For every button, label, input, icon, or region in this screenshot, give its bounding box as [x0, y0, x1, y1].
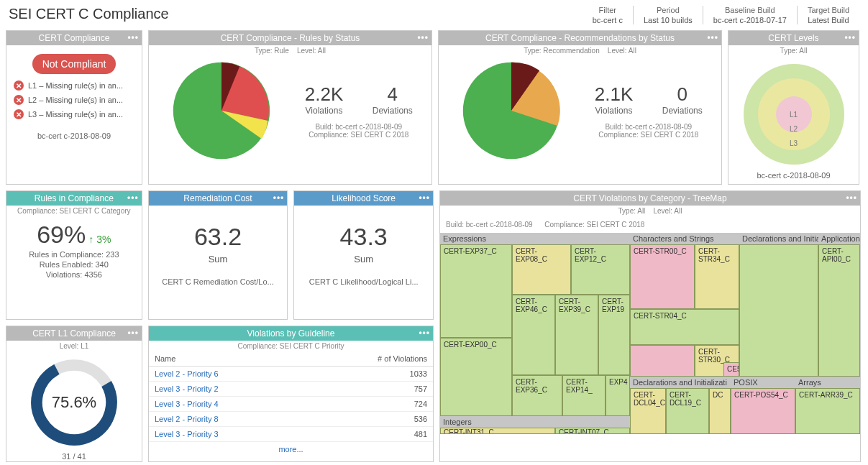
tm-cell[interactable]: CERT-INT07_C	[555, 428, 630, 434]
header-filters: Filter bc-cert c Period Last 10 builds B…	[583, 6, 859, 24]
tm-cell[interactable]: CERT-EXP39_C	[555, 295, 598, 375]
cell-name: Level 3 - Priority 2	[149, 382, 306, 397]
missing-text: L2 – Missing rule(s) in an...	[28, 96, 123, 104]
tm-cell[interactable]: CERT-DCL04_C	[630, 388, 666, 434]
tm-group-decl[interactable]: Declarations and Initializati	[739, 233, 818, 244]
panel-menu-icon[interactable]: •••	[707, 32, 718, 42]
panel-title: CERT L1 Compliance	[32, 328, 116, 339]
panel-rules-compliance: Rules in Compliance ••• Compliance: SEI …	[6, 190, 142, 320]
compliance-line: Compliance: SEI CERT C 2018	[291, 131, 428, 139]
tm-cell[interactable]: CERT-EXP12_C	[571, 244, 630, 295]
panel-menu-icon[interactable]: •••	[127, 193, 139, 203]
filter-value: Last 10 builds	[644, 16, 693, 24]
panel-header: Rules in Compliance •••	[6, 191, 142, 206]
panel-header: Likelihood Score •••	[294, 191, 433, 206]
panel-l1-compliance: CERT L1 Compliance ••• Level: L1 75.6% 3…	[6, 326, 142, 462]
tm-cell[interactable]: CERT-EXP08_C	[512, 244, 571, 295]
cell-name: Level 2 - Priority 6	[149, 367, 306, 382]
pie-chart-recs[interactable]	[443, 60, 580, 161]
cell-count: 536	[306, 412, 433, 427]
panel-title: Likelihood Score	[332, 193, 396, 203]
filter-baseline[interactable]: Baseline Build bc-cert c-2018-07-17	[703, 6, 798, 24]
panel-menu-icon[interactable]: •••	[417, 32, 429, 42]
tm-group-api[interactable]: Application Programm	[818, 233, 860, 244]
panel-remediation-cost: Remediation Cost ••• 63.2 Sum CERT C Rem…	[148, 190, 288, 320]
filter-label: Target Build	[808, 6, 849, 14]
missing-rule-l1[interactable]: ✕L1 – Missing rule(s) in an...	[11, 78, 137, 93]
table-row[interactable]: Level 2 - Priority 61033	[149, 367, 433, 382]
filter-period[interactable]: Period Last 10 builds	[634, 6, 703, 24]
tm-group-expressions[interactable]: Expressions	[440, 233, 630, 244]
missing-rule-l2[interactable]: ✕L2 – Missing rule(s) in an...	[11, 93, 137, 107]
filter-value: bc-cert c-2018-07-17	[713, 16, 787, 24]
more-link[interactable]: more...	[149, 442, 433, 456]
table-row[interactable]: Level 2 - Priority 8536	[149, 412, 433, 427]
tm-cell[interactable]: CERT-STR04_C	[630, 309, 739, 345]
violations-label: Violations	[595, 106, 634, 116]
filter-target[interactable]: Target Build Latest Build	[798, 6, 859, 24]
tm-cell[interactable]	[630, 345, 695, 377]
deviations-label: Deviations	[373, 106, 413, 116]
tm-cell[interactable]: CERT-API00_C	[818, 244, 860, 377]
likelihood-value: 43.3	[298, 223, 429, 251]
tm-group-decl2[interactable]: Declarations and Initializati	[630, 377, 731, 388]
tm-cell[interactable]: CERT-EXP36_C	[512, 375, 562, 416]
likelihood-label: Sum	[298, 254, 429, 264]
pie-chart-rules[interactable]	[153, 60, 291, 161]
tm-group-integers[interactable]: Integers	[440, 416, 630, 428]
violations-label: Violations	[305, 106, 344, 116]
cell-count: 757	[306, 382, 433, 397]
table-row[interactable]: Level 3 - Priority 2757	[149, 382, 433, 397]
treemap-chart[interactable]: Expressions Characters and Strings Decla…	[440, 233, 860, 434]
table-row[interactable]: Level 3 - Priority 3481	[149, 427, 433, 442]
panel-header: CERT Violations by Category - TreeMap ••…	[440, 191, 860, 206]
panel-menu-icon[interactable]: •••	[127, 328, 139, 338]
tm-cell[interactable]: CERT-EXP46_C	[512, 295, 555, 375]
tm-cell[interactable]: CERT-EXP37_C	[440, 244, 512, 338]
tm-cell[interactable]: EXP4	[606, 375, 630, 416]
panel-header: CERT Compliance - Rules by Status •••	[149, 31, 431, 45]
panel-title: Rules in Compliance	[35, 193, 114, 203]
violations-table: Name # of Violations Level 2 - Priority …	[149, 351, 433, 442]
panel-subtitle: Compliance: SEI CERT C Priority	[149, 341, 433, 351]
delta-pct: 3%	[96, 234, 111, 245]
tm-group-posix[interactable]: POSIX	[731, 377, 795, 388]
levels-rings-chart[interactable]: L1 L2 L3	[740, 60, 848, 168]
tm-group-chars[interactable]: Characters and Strings	[630, 233, 739, 244]
col-count[interactable]: # of Violations	[306, 351, 433, 367]
tm-group-arrays[interactable]: Arrays	[795, 377, 860, 388]
tm-cell[interactable]: CERT-EXP00_C	[440, 338, 512, 416]
panel-menu-icon[interactable]: •••	[273, 193, 285, 203]
panel-title: CERT Compliance - Rules by Status	[221, 33, 360, 43]
panel-violations-guideline: Violations by Guideline ••• Compliance: …	[148, 326, 434, 462]
tm-cell[interactable]: CERT-EXP14_	[562, 375, 606, 416]
panel-menu-icon[interactable]: •••	[419, 193, 430, 203]
filter-label: Period	[644, 6, 693, 14]
panel-menu-icon[interactable]: •••	[419, 328, 430, 338]
tm-cell[interactable]: CERT-POS54_C	[731, 388, 795, 434]
tm-cell[interactable]: CERT-INT31_C	[440, 428, 555, 434]
table-row[interactable]: Level 3 - Priority 4724	[149, 397, 433, 412]
tm-cell[interactable]: CERT-EXP19	[598, 295, 630, 375]
panel-menu-icon[interactable]: •••	[844, 32, 856, 42]
missing-rule-l3[interactable]: ✕L3 – Missing rule(s) in an...	[11, 107, 137, 121]
panel-subtitle: Type: All Level: All	[440, 206, 860, 216]
tm-cell[interactable]: DC	[709, 388, 731, 434]
ring-label-l3: L3	[740, 139, 848, 147]
violations-value: 2.2K	[305, 83, 344, 106]
cell-name: Level 3 - Priority 3	[149, 427, 306, 442]
col-name[interactable]: Name	[149, 351, 306, 367]
tm-cell[interactable]: CERT-STR00_C	[630, 244, 695, 309]
tm-cell[interactable]: CERT-STR34_C	[695, 244, 739, 309]
tm-cell[interactable]: CE5	[723, 362, 739, 377]
filter-filter[interactable]: Filter bc-cert c	[583, 6, 634, 24]
tm-cell[interactable]: CERT-DCL19_C	[666, 388, 709, 434]
tm-cell[interactable]: CERT-ARR39_C	[795, 388, 860, 434]
panel-menu-icon[interactable]: •••	[127, 32, 139, 42]
tm-cell[interactable]	[739, 244, 818, 377]
panel-title: CERT Compliance	[39, 33, 110, 43]
cell-count: 1033	[306, 367, 433, 382]
panel-menu-icon[interactable]: •••	[846, 193, 857, 203]
filter-label: Baseline Build	[713, 6, 787, 14]
donut-chart[interactable]: 75.6%	[27, 356, 121, 449]
